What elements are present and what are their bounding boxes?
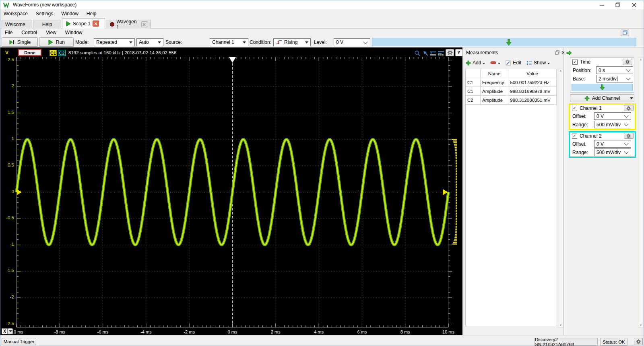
restore-button[interactable] — [610, 0, 626, 9]
channel1-checkbox[interactable]: ✓ — [572, 106, 577, 111]
config-panel-scrollbar[interactable]: ∧ ∨ — [638, 58, 644, 327]
tab-welcome[interactable]: Welcome — [2, 20, 32, 29]
device-settings-button[interactable] — [634, 338, 643, 345]
gear-icon — [625, 60, 630, 64]
trigger-position-bar[interactable] — [372, 38, 636, 46]
checkmark: ✓ — [573, 106, 576, 110]
scope-menu-file[interactable]: File — [0, 29, 17, 36]
trigger-condition-select[interactable]: Rising — [273, 38, 311, 46]
scroll-up-icon[interactable]: ∧ — [640, 58, 642, 62]
menu-workspace[interactable]: Workspace — [0, 10, 32, 18]
time-base-input[interactable]: 2 ms/div — [596, 75, 633, 82]
single-button[interactable]: Single — [2, 37, 38, 47]
time-checkbox[interactable]: ✓ — [572, 60, 578, 65]
menu-window[interactable]: Window — [57, 10, 83, 18]
channel2-range-label: Range: — [572, 150, 588, 155]
collapse-panel-arrow-icon[interactable] — [566, 50, 572, 56]
dropdown-arrow-icon — [630, 97, 633, 99]
wavegen-stopped-icon — [109, 22, 114, 27]
tab-bar: Welcome Help Scope 1 Wavegen 1 — [0, 18, 644, 29]
y-axis-label: -1 — [0, 242, 14, 247]
time-settings-button[interactable] — [623, 59, 632, 65]
channel-offset-marker[interactable] — [17, 189, 22, 195]
tab-scope[interactable]: Scope 1 — [62, 18, 105, 29]
y-axis-label: 1 — [0, 136, 14, 141]
table-row[interactable]: C1Amplitude998.831698978 mV — [466, 87, 557, 96]
minimize-button[interactable] — [594, 0, 610, 9]
table-cell: Amplitude — [481, 87, 508, 96]
trigger-level-input[interactable]: 0 V — [334, 38, 370, 46]
table-cell: 998.312080351 mV — [508, 96, 557, 105]
scope-menu-view[interactable]: View — [41, 29, 61, 36]
scope-menu-window[interactable]: Window — [61, 29, 87, 36]
x-cursors-icon[interactable] — [430, 50, 437, 56]
acquisition-state-button[interactable]: Done — [18, 49, 41, 56]
run-button[interactable]: Run — [39, 37, 74, 47]
manual-trigger-button[interactable]: Manual Trigger — [2, 338, 36, 345]
close-button[interactable] — [626, 0, 642, 9]
y-channels-button[interactable]: Y — [455, 49, 462, 56]
waveforms-logo-icon — [3, 2, 10, 8]
plot-settings-button[interactable] — [446, 49, 454, 56]
channel2-checkbox[interactable]: ✓ — [572, 134, 577, 139]
x-axis-button[interactable]: X — [2, 328, 8, 334]
table-row[interactable]: C1Frequency500.001759223 Hz — [466, 78, 557, 87]
channel2-offset-input[interactable]: 0 V — [594, 140, 631, 148]
tab-help[interactable]: Help — [33, 20, 61, 29]
combo-chevron-icon — [624, 113, 628, 117]
close-scope-tab-icon[interactable] — [93, 21, 99, 27]
time-position-input[interactable]: 0 s — [596, 66, 633, 74]
add-measurement-button[interactable]: Add — [466, 60, 485, 66]
table-cell: Frequency — [481, 78, 508, 87]
float-panel-button[interactable] — [554, 49, 560, 55]
undock-scope-button[interactable] — [621, 29, 629, 36]
zoom-tool-icon[interactable] — [414, 50, 421, 56]
remove-measurement-button[interactable] — [490, 61, 500, 64]
plot-canvas[interactable] — [17, 57, 457, 327]
combo-chevron-icon — [626, 67, 630, 72]
x-axis-dropdown[interactable] — [8, 328, 13, 334]
scope-plot-pane: V Done C1 C2 8192 samples at 160 kHz | 2… — [0, 47, 462, 335]
channel1-badge[interactable]: C1 — [50, 50, 57, 56]
channel2-settings-button[interactable] — [624, 133, 634, 139]
acquisition-select[interactable]: Auto — [136, 38, 163, 46]
checkmark: ✓ — [573, 60, 576, 64]
y-cursors-icon[interactable] — [438, 50, 444, 56]
trigger-source-select[interactable]: Channel 1 — [210, 38, 248, 46]
table-row[interactable]: C2Amplitude998.312080351 mV — [466, 96, 557, 105]
x-axis-label: 2 ms — [264, 330, 287, 334]
scope-running-icon — [66, 21, 71, 27]
measurements-scrollbar[interactable]: ∧ ∨ — [558, 69, 564, 327]
tab-wavegen[interactable]: Wavegen 1 — [106, 20, 151, 29]
time-scroll-bar[interactable] — [572, 84, 633, 91]
channel1-offset-input[interactable]: 0 V — [594, 112, 631, 120]
trigger-position-marker[interactable] — [229, 57, 236, 63]
text-caret — [617, 76, 617, 81]
menu-settings[interactable]: Settings — [32, 10, 57, 18]
add-channel-button[interactable]: Add Channel — [570, 94, 634, 102]
channel1-settings-button[interactable] — [624, 105, 634, 111]
menu-help[interactable]: Help — [83, 10, 101, 18]
show-measurement-button[interactable]: Show — [526, 60, 550, 66]
scroll-down-icon[interactable]: ∨ — [559, 323, 562, 327]
table-cell: 500.001759223 Hz — [508, 78, 557, 87]
scroll-up-icon[interactable]: ∧ — [559, 69, 562, 73]
channel1-range-input[interactable]: 500 mV/div — [594, 121, 631, 128]
scope-config-panel: ✓ Time Position: 0 s Base: 2 ms/div Add … — [564, 47, 644, 335]
scroll-down-icon[interactable]: ∨ — [640, 323, 642, 327]
scope-menu-control[interactable]: Control — [17, 29, 41, 36]
dropdown-arrow-icon — [498, 63, 500, 64]
mode-select[interactable]: Repeated — [94, 38, 135, 46]
add-tab-icon[interactable] — [27, 22, 29, 27]
pointer-tool-icon[interactable] — [423, 50, 429, 56]
channel2-range-input[interactable]: 500 mV/div — [594, 148, 631, 156]
measurements-panel-title: Measurements — [466, 50, 498, 56]
channel2-badge[interactable]: C2 — [58, 50, 66, 56]
edit-measurement-button[interactable]: Edit — [506, 60, 521, 66]
x-axis-label: -8 ms — [48, 330, 71, 334]
x-axis-label: 0 ms — [221, 330, 244, 334]
gear-icon — [447, 50, 453, 56]
source-label: Source: — [165, 39, 182, 45]
plus-icon — [466, 60, 471, 66]
close-wavegen-tab-icon[interactable] — [141, 21, 147, 27]
